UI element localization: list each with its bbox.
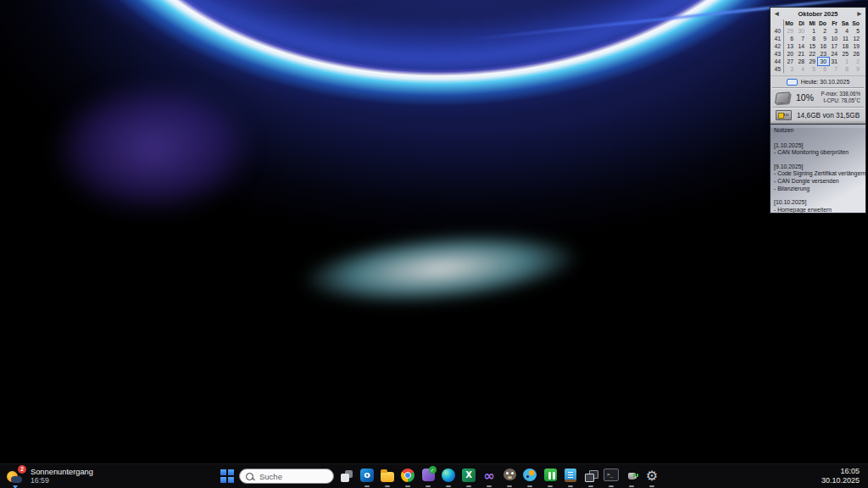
calendar-day[interactable]: 1 xyxy=(807,27,818,35)
calendar-day[interactable]: 5 xyxy=(807,65,818,73)
chrome-icon xyxy=(401,469,415,482)
calendar-day[interactable]: 14 xyxy=(796,42,807,50)
calendar-day[interactable]: 5 xyxy=(851,27,862,35)
calendar-day[interactable]: 29 xyxy=(807,58,818,65)
calendar-day[interactable]: 9 xyxy=(851,65,862,73)
calendar-day-today[interactable]: 30 xyxy=(818,58,829,65)
calendar-day[interactable]: 20 xyxy=(785,50,796,58)
calendar-day[interactable]: 8 xyxy=(807,35,818,42)
taskbar-app-plug[interactable] xyxy=(623,466,640,488)
windows-logo-icon xyxy=(220,469,226,475)
calendar-day[interactable]: 27 xyxy=(785,58,796,65)
calendar-day-header: Fr xyxy=(829,19,840,27)
calendar-day[interactable]: 12 xyxy=(851,35,862,42)
running-indicator xyxy=(487,485,492,487)
taskbar-app-terminal[interactable] xyxy=(603,466,620,488)
calendar-day[interactable]: 7 xyxy=(796,35,807,42)
green-grid-icon xyxy=(544,469,557,481)
cpu-row: 10% P-max: 338,06% t-CPU: 78,05°C xyxy=(771,88,865,107)
taskbar-app-window-stack[interactable] xyxy=(582,466,599,488)
purple-check-icon xyxy=(422,469,435,481)
note-date: [1.10.2025] xyxy=(774,142,862,150)
note-item: - Homepage erweitern xyxy=(774,207,862,214)
calendar-day[interactable]: 7 xyxy=(829,65,840,73)
start-button[interactable] xyxy=(220,469,234,483)
calendar-day[interactable]: 29 xyxy=(785,27,796,35)
taskbar-app-gear[interactable] xyxy=(643,466,660,488)
sunset-weather-icon: 2 xyxy=(6,468,25,485)
note-entry: [9.10.2025]- Code Signing Zertifikat ver… xyxy=(774,164,862,192)
note-item: - Bilanzierung xyxy=(774,186,862,193)
running-indicator xyxy=(405,485,410,487)
taskbar-app-task-view[interactable] xyxy=(338,466,355,488)
calendar-day[interactable]: 4 xyxy=(840,27,851,35)
calendar-next-icon[interactable]: ▶ xyxy=(857,9,861,19)
calendar-prev-icon[interactable]: ◀ xyxy=(775,9,779,19)
calendar-week-number: 41 xyxy=(773,35,784,42)
gimp-icon xyxy=(504,469,516,480)
search-input[interactable] xyxy=(258,471,327,482)
calendar-day[interactable]: 10 xyxy=(829,35,840,42)
taskbar-app-excel[interactable] xyxy=(460,466,477,488)
calendar-day[interactable]: 21 xyxy=(796,50,807,58)
calendar-day-header: Sa xyxy=(840,19,851,27)
taskbar-app-notes-app[interactable] xyxy=(562,466,579,488)
calendar-day[interactable]: 8 xyxy=(840,65,851,73)
terminal-icon xyxy=(604,469,619,481)
taskbar-app-chrome[interactable] xyxy=(399,466,416,488)
calendar-day[interactable]: 31 xyxy=(829,58,840,65)
taskbar-app-edge[interactable] xyxy=(440,466,457,488)
calendar-footer[interactable]: Heute: 30.10.2025 xyxy=(771,75,865,87)
calendar-week-number: 43 xyxy=(773,50,784,58)
calendar-day[interactable]: 30 xyxy=(796,27,807,35)
calendar-day[interactable]: 17 xyxy=(829,42,840,50)
note-item: - CAN Monitoring überprüfen xyxy=(774,149,862,157)
running-indicator xyxy=(466,485,471,487)
calendar-title: Oktober 2025 xyxy=(798,10,838,18)
calendar-day[interactable]: 4 xyxy=(796,65,807,73)
taskbar-app-palette[interactable] xyxy=(521,466,538,488)
clock-date: 30.10.2025 xyxy=(821,476,860,485)
calendar-day[interactable]: 24 xyxy=(829,50,840,58)
calendar-day[interactable]: 16 xyxy=(818,42,829,50)
calendar-day[interactable]: 19 xyxy=(851,42,862,50)
calendar-day[interactable]: 15 xyxy=(807,42,818,50)
running-indicator xyxy=(527,485,532,487)
taskbar-app-visual-studio[interactable] xyxy=(481,466,498,488)
calendar-day[interactable]: 11 xyxy=(840,35,851,42)
task-view-icon xyxy=(339,469,354,484)
calendar-day[interactable]: 1 xyxy=(840,58,851,65)
calendar-week-number: 42 xyxy=(773,42,784,50)
taskbar-clock[interactable]: 16:05 30.10.2025 xyxy=(821,467,860,485)
taskbar-app-gimp[interactable] xyxy=(501,466,518,488)
calendar-day[interactable]: 6 xyxy=(818,65,829,73)
calendar-day[interactable]: 13 xyxy=(785,42,796,50)
taskbar-app-green-grid[interactable] xyxy=(542,466,559,488)
calendar-day[interactable]: 3 xyxy=(785,65,796,73)
calendar-day[interactable]: 2 xyxy=(851,58,862,65)
outlook-icon xyxy=(360,469,374,482)
running-indicator xyxy=(649,485,654,487)
calendar-day[interactable]: 23 xyxy=(818,50,829,58)
calendar-day[interactable]: 6 xyxy=(785,35,796,42)
calendar-day[interactable]: 9 xyxy=(818,35,829,42)
calendar-day[interactable]: 22 xyxy=(807,50,818,58)
note-date: [9.10.2025] xyxy=(774,164,862,171)
taskbar-app-explorer[interactable] xyxy=(379,466,396,488)
calendar-day[interactable]: 28 xyxy=(796,58,807,65)
calendar-day[interactable]: 2 xyxy=(818,27,829,35)
calendar-day[interactable]: 3 xyxy=(829,27,840,35)
taskbar-weather-widget[interactable]: 2 Sonnenuntergang 16:59 xyxy=(6,464,93,488)
calendar-day[interactable]: 18 xyxy=(840,42,851,50)
desktop[interactable]: ◀ Oktober 2025 ▶ MoDiMiDoFrSaSo402930123… xyxy=(0,0,868,488)
taskbar-search[interactable] xyxy=(239,469,334,484)
calendar-day[interactable]: 25 xyxy=(840,50,851,58)
calendar-day-header: Mo xyxy=(785,19,796,27)
running-indicator xyxy=(385,485,390,487)
calendar-day[interactable]: 26 xyxy=(851,50,862,58)
visual-studio-icon xyxy=(481,469,497,484)
taskbar-app-purple-check[interactable] xyxy=(420,466,437,488)
notes-title: Notizen xyxy=(774,127,862,135)
taskbar-app-outlook[interactable] xyxy=(359,466,376,488)
gear-icon xyxy=(644,469,659,484)
